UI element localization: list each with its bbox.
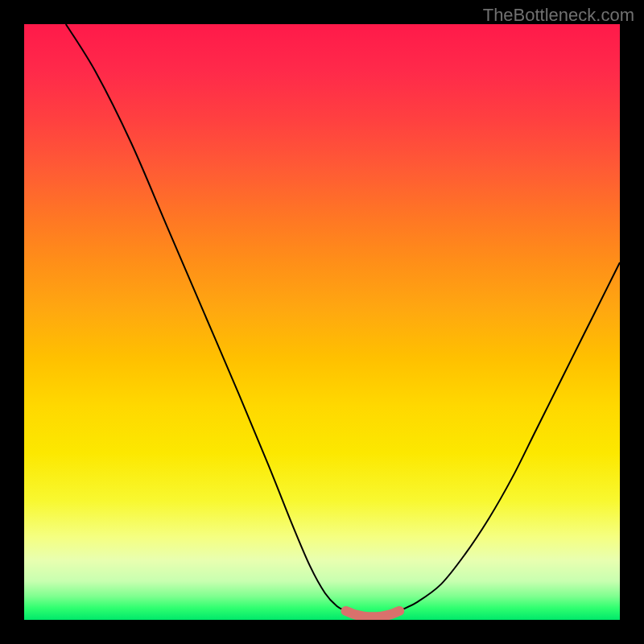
watermark-text: TheBottleneck.com: [483, 5, 634, 26]
bottleneck-chart: [24, 24, 620, 620]
left-curve-line: [66, 24, 346, 611]
right-curve-line: [399, 262, 620, 611]
chart-svg: [24, 24, 620, 620]
trough-highlight-line: [346, 611, 400, 617]
